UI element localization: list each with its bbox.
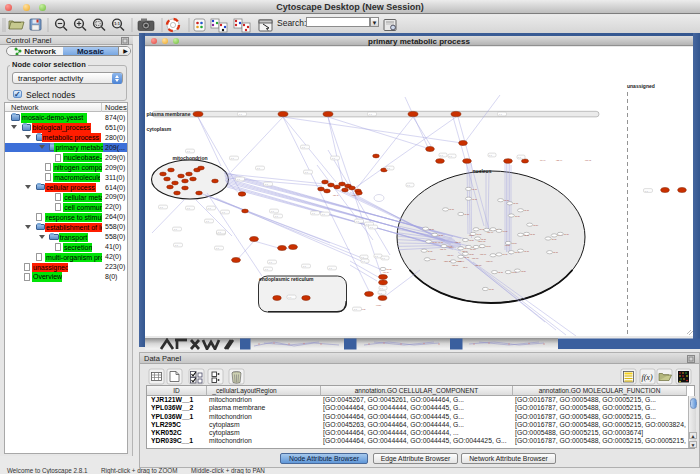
svg-text:[..]: [..] <box>354 308 357 311</box>
svg-text:[..]: [..] <box>370 226 373 229</box>
svg-text:[a-b]: [a-b] <box>512 271 517 274</box>
svg-text:[..]: [..] <box>499 113 502 116</box>
svg-text:[a-b]: [a-b] <box>503 253 508 256</box>
svg-text:[a-b]: [a-b] <box>564 233 569 236</box>
svg-text:[a-b]: [a-b] <box>513 202 518 205</box>
svg-text:[pol]: [pol] <box>449 246 454 249</box>
svg-text:[..]: [..] <box>332 157 335 160</box>
svg-text:[a-b]: [a-b] <box>429 228 434 231</box>
svg-text:[a-b]: [a-b] <box>552 237 557 240</box>
svg-text:[sd-b]: [sd-b] <box>452 264 459 267</box>
svg-text:[cw-1]: [cw-1] <box>486 260 493 263</box>
svg-text:[np-c]: [np-c] <box>487 231 494 234</box>
svg-text:plasma membrane: plasma membrane <box>147 111 191 117</box>
svg-text:[a-b]: [a-b] <box>530 233 535 236</box>
svg-text:[gm-2]: [gm-2] <box>444 260 451 263</box>
svg-text:[..]: [..] <box>237 178 240 181</box>
svg-text:[..]: [..] <box>265 268 268 271</box>
svg-text:[..]: [..] <box>303 265 306 268</box>
svg-text:[a-b]: [a-b] <box>521 270 526 273</box>
svg-text:[..]: [..] <box>312 212 315 215</box>
svg-text:[..]: [..] <box>174 228 177 231</box>
svg-text:[mt-x]: [mt-x] <box>458 260 465 263</box>
svg-text:[..]: [..] <box>175 244 178 247</box>
svg-text:[qd-2]: [qd-2] <box>475 264 482 267</box>
svg-text:[..]: [..] <box>305 171 308 174</box>
svg-text:[a-b]: [a-b] <box>428 250 433 253</box>
svg-text:[a-b]: [a-b] <box>472 198 477 201</box>
svg-text:[pk-1]: [pk-1] <box>440 248 447 251</box>
svg-text:[orc]: [orc] <box>469 234 474 237</box>
svg-text:[a-b]: [a-b] <box>432 240 437 243</box>
svg-text:[..]: [..] <box>449 155 452 158</box>
svg-text:[a-b]: [a-b] <box>477 233 482 236</box>
svg-text:[ab-x]: [ab-x] <box>556 159 563 162</box>
svg-text:cytoplasm: cytoplasm <box>147 126 172 132</box>
svg-text:[..]: [..] <box>269 261 272 264</box>
svg-text:[..]: [..] <box>222 211 225 214</box>
svg-text:[a-b]: [a-b] <box>449 208 454 211</box>
svg-text:[tv-c]: [tv-c] <box>540 159 546 162</box>
svg-text:[..]: [..] <box>440 154 443 157</box>
svg-text:[..]: [..] <box>382 257 385 260</box>
svg-text:unassigned: unassigned <box>627 83 655 89</box>
svg-text:[ml-p]: [ml-p] <box>480 253 487 256</box>
svg-text:[a-b]: [a-b] <box>486 245 491 248</box>
svg-text:[a-b]: [a-b] <box>503 230 508 233</box>
svg-text:[..]: [..] <box>239 113 242 116</box>
svg-text:[er-1]: [er-1] <box>383 271 389 274</box>
svg-text:[a-b]: [a-b] <box>431 258 436 261</box>
svg-text:[..]: [..] <box>369 113 372 116</box>
svg-text:[..]: [..] <box>218 231 221 234</box>
svg-text:[aa-t]: [aa-t] <box>455 241 461 244</box>
svg-text:[rna]: [rna] <box>505 244 510 247</box>
svg-text:[a-b]: [a-b] <box>489 288 494 291</box>
svg-text:[tt-r]: [tt-r] <box>463 266 468 269</box>
svg-text:[..]: [..] <box>265 183 268 186</box>
svg-text:[..]: [..] <box>275 215 278 218</box>
svg-text:[..]: [..] <box>362 260 365 263</box>
svg-text:[..]: [..] <box>216 247 219 250</box>
svg-text:nucleus: nucleus <box>473 168 492 174</box>
svg-text:[..]: [..] <box>645 189 648 192</box>
svg-text:[..]: [..] <box>302 146 305 149</box>
svg-text:[a-b]: [a-b] <box>464 256 469 259</box>
svg-text:[a-b]: [a-b] <box>438 234 443 237</box>
svg-text:[rr-s]: [rr-s] <box>438 241 443 244</box>
svg-text:[tr-m]: [tr-m] <box>470 248 476 251</box>
svg-text:[a-b]: [a-b] <box>524 234 529 237</box>
svg-text:[a-b]: [a-b] <box>464 213 469 216</box>
svg-text:[..]: [..] <box>187 207 190 210</box>
svg-text:[..]: [..] <box>208 207 211 210</box>
svg-text:[..]: [..] <box>380 287 383 290</box>
svg-text:[a-b]: [a-b] <box>469 253 474 256</box>
svg-text:[..]: [..] <box>489 154 492 157</box>
svg-text:[a-b]: [a-b] <box>498 271 503 274</box>
svg-text:[a-b]: [a-b] <box>524 250 529 253</box>
svg-text:[hx-t]: [hx-t] <box>333 194 339 197</box>
svg-text:[a-b]: [a-b] <box>472 188 477 191</box>
svg-text:[..]: [..] <box>206 220 209 223</box>
svg-text:[..]: [..] <box>375 255 378 258</box>
svg-text:[a-b]: [a-b] <box>469 239 474 242</box>
svg-text:[..]: [..] <box>289 296 292 299</box>
svg-text:[..]: [..] <box>518 156 521 159</box>
svg-text:mitochondrion: mitochondrion <box>173 155 208 161</box>
svg-text:[..]: [..] <box>187 150 190 153</box>
svg-text:[gt-a]: [gt-a] <box>462 250 468 253</box>
svg-text:[..]: [..] <box>329 267 332 270</box>
svg-text:[a-b]: [a-b] <box>533 224 538 227</box>
svg-text:[a-b]: [a-b] <box>512 242 517 245</box>
svg-text:[a-b]: [a-b] <box>515 214 520 217</box>
svg-text:[..]: [..] <box>407 184 410 187</box>
svg-text:endoplasmic reticulum: endoplasmic reticulum <box>259 276 314 282</box>
svg-text:[..]: [..] <box>322 213 325 216</box>
svg-text:[..]: [..] <box>361 256 364 259</box>
svg-text:[..]: [..] <box>379 291 382 294</box>
svg-text:[..]: [..] <box>271 210 274 213</box>
svg-text:[a-b]: [a-b] <box>553 251 558 254</box>
svg-text:[..]: [..] <box>356 220 359 223</box>
svg-text:1:1: 1:1 <box>114 22 120 26</box>
svg-text:[..]: [..] <box>231 157 234 160</box>
svg-text:[..]: [..] <box>160 206 163 209</box>
